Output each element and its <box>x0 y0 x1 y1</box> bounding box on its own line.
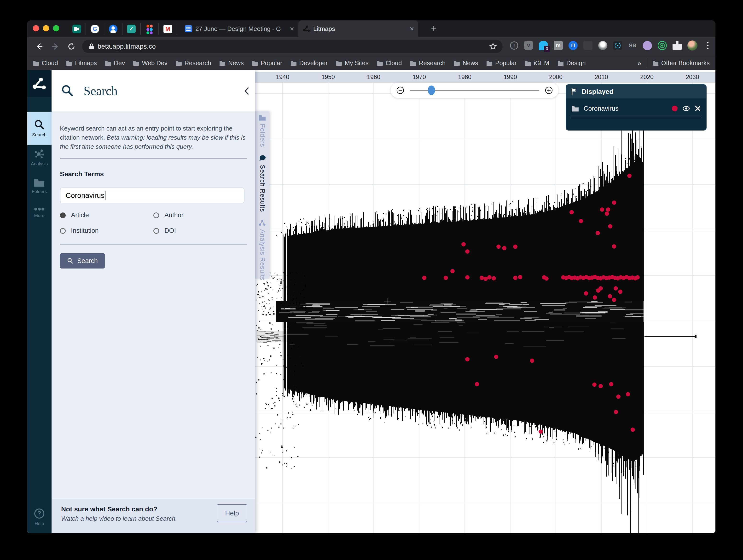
collapse-panel-chevron[interactable] <box>244 87 249 96</box>
search-submit-button[interactable]: Search <box>60 253 105 269</box>
bookmarks-overflow-chevron[interactable]: » <box>637 59 641 67</box>
back-button[interactable] <box>34 41 45 52</box>
radio-article[interactable]: Article <box>60 212 154 219</box>
bookmark-dev[interactable]: Dev <box>105 59 125 67</box>
year-tick-1950: 1950 <box>316 74 340 81</box>
other-bookmarks-button[interactable]: Other Bookmarks <box>652 59 710 67</box>
folders-icon <box>34 179 45 187</box>
shield-pinned-icon[interactable]: ✓ <box>123 23 141 35</box>
bookmark-news[interactable]: News <box>454 59 478 67</box>
forward-button[interactable] <box>50 41 61 52</box>
displayed-panel-header: Displayed <box>566 85 706 98</box>
reload-button[interactable] <box>66 41 77 52</box>
zoom-in-button[interactable] <box>544 86 553 95</box>
folder-icon <box>66 60 72 66</box>
zoom-window-button[interactable] <box>53 25 59 31</box>
sidebar-item-analysis[interactable]: Analysis <box>27 149 51 167</box>
footer-subtext: Watch a help video to learn about Search… <box>61 515 177 522</box>
displayed-item-coronavirus[interactable]: Coronavirus <box>566 100 706 116</box>
remove-x-icon[interactable] <box>695 106 701 111</box>
radio-author[interactable]: Author <box>154 212 249 219</box>
bookmark-cloud[interactable]: Cloud <box>33 59 58 67</box>
search-icon <box>67 258 73 264</box>
search-type-radios: Article Author Institution DOI <box>60 212 249 234</box>
map-cursor-crosshair <box>385 298 391 305</box>
browser-toolbar: beta.app.litmaps.co !v0mΠЯB <box>27 37 715 56</box>
react-devtools-icon[interactable] <box>613 41 622 50</box>
zoom-thumb[interactable] <box>428 86 435 95</box>
radio-dot <box>154 213 159 218</box>
lens-extension-icon[interactable] <box>598 41 607 50</box>
folder-icon <box>652 60 659 66</box>
bookmark-cloud[interactable]: Cloud <box>377 59 402 67</box>
yab-extension-icon[interactable]: ЯB <box>628 41 637 50</box>
tab-close-icon[interactable]: × <box>409 25 414 32</box>
collection-color-dot[interactable] <box>672 106 678 111</box>
folder-icon <box>410 60 416 66</box>
bookmark-design[interactable]: Design <box>558 59 586 67</box>
visibility-eye-icon[interactable] <box>682 106 690 111</box>
figma-pinned-icon[interactable] <box>141 23 159 35</box>
close-window-button[interactable] <box>33 25 39 31</box>
sidebar-item-search[interactable]: Search <box>27 112 51 145</box>
dimmed-extension-icon[interactable] <box>583 41 593 50</box>
bookmark-igem[interactable]: iGEM <box>525 59 549 67</box>
extensions-puzzle-icon[interactable] <box>672 41 682 50</box>
litmaps-logo[interactable] <box>27 70 51 97</box>
profile-avatar[interactable] <box>687 41 697 51</box>
minimize-window-button[interactable] <box>43 25 49 31</box>
zoom-out-button[interactable] <box>396 86 404 95</box>
bookmark-popular[interactable]: Popular <box>252 59 282 67</box>
year-tick-1980: 1980 <box>453 74 477 81</box>
bookmark-news[interactable]: News <box>219 59 244 67</box>
tab-design-meeting[interactable]: 27 June — Design Meeting - G × <box>180 20 298 37</box>
radio-doi[interactable]: DOI <box>154 227 249 234</box>
help-icon: ? <box>34 508 45 519</box>
tab-litmaps[interactable]: Litmaps × <box>298 20 418 37</box>
tab-title: Litmaps <box>313 25 406 33</box>
bookmark-star-icon[interactable] <box>489 43 497 50</box>
radio-institution[interactable]: Institution <box>60 227 154 234</box>
alert-circle-icon[interactable]: ! <box>510 41 518 50</box>
contact-pinned-icon[interactable] <box>104 23 123 35</box>
url-text: beta.app.litmaps.co <box>97 43 156 50</box>
sidebar-item-folders[interactable]: Folders <box>27 179 51 194</box>
year-tick-2000: 2000 <box>544 74 568 81</box>
tab-close-icon[interactable]: × <box>290 25 294 32</box>
bookmark-litmaps[interactable]: Litmaps <box>66 59 97 67</box>
folder-icon <box>252 60 258 66</box>
folder-icon <box>133 60 139 66</box>
sidebar-item-help[interactable]: ? Help <box>27 508 51 526</box>
divider <box>60 158 247 159</box>
help-button[interactable]: Help <box>217 504 247 522</box>
gmail-pinned-icon[interactable]: M <box>159 23 177 35</box>
new-tab-button[interactable]: + <box>428 23 440 35</box>
bookmark-research[interactable]: Research <box>176 59 211 67</box>
google-pinned-icon[interactable]: G <box>86 23 104 35</box>
octocat-extension-icon[interactable] <box>643 41 652 50</box>
bookmark-research[interactable]: Research <box>410 59 445 67</box>
search-terms-input[interactable]: Coronavirus <box>60 188 245 203</box>
year-tick-1960: 1960 <box>362 74 386 81</box>
bank-extension-icon[interactable]: Π <box>569 41 578 50</box>
radio-dot <box>60 213 66 218</box>
ghost-extension-icon[interactable]: 0 <box>539 41 548 50</box>
search-panel: Search Keyword search can act as an entr… <box>51 70 255 533</box>
address-bar[interactable]: beta.app.litmaps.co <box>82 40 502 53</box>
tab-analysis-results[interactable]: Analysis Results <box>258 216 266 280</box>
pocket-icon[interactable]: v <box>524 41 533 50</box>
tab-folders[interactable]: Folders <box>258 111 266 147</box>
meet-pinned-icon[interactable] <box>68 23 86 35</box>
sidebar-item-more[interactable]: More <box>27 207 51 218</box>
kebab-menu-icon[interactable] <box>703 41 712 50</box>
search-terms-label: Search Terms <box>60 170 249 178</box>
m-extension-icon[interactable]: m <box>554 41 563 50</box>
bookmark-developer[interactable]: Developer <box>291 59 328 67</box>
bookmark-my-sites[interactable]: My Sites <box>336 59 368 67</box>
displayed-panel-title: Displayed <box>582 88 613 96</box>
tab-search-results[interactable]: Search Results <box>258 151 266 212</box>
bookmark-popular[interactable]: Popular <box>486 59 517 67</box>
folder-icon <box>258 115 266 121</box>
bookmark-web-dev[interactable]: Web Dev <box>133 59 167 67</box>
orbit-extension-icon[interactable] <box>658 41 667 50</box>
